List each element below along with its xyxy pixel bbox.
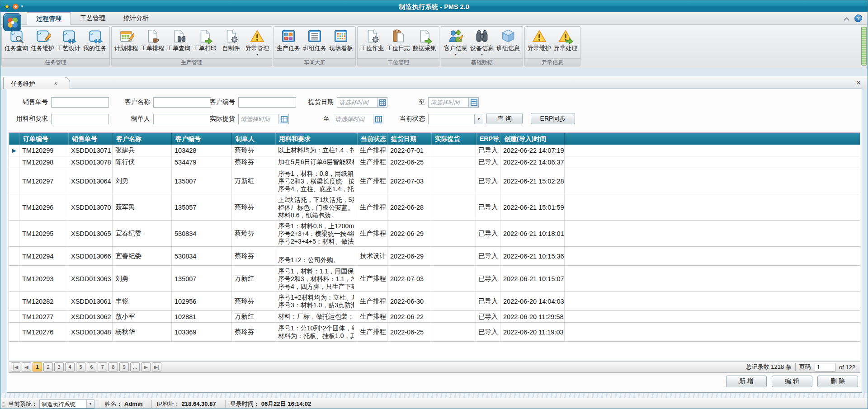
table-row-TM120299[interactable]: ▶TM120299XSDD013071张建兵103428蔡玲芬以上材料均为：立柱…: [9, 145, 860, 156]
ribbon-button-班组任务[interactable]: 班组任务: [302, 28, 328, 58]
page-button-4[interactable]: 4: [65, 362, 75, 371]
erp-sync-button[interactable]: ERP同步: [531, 113, 575, 124]
column-header-提货日期[interactable]: 提货日期: [387, 133, 431, 145]
edit-button[interactable]: 编 辑: [772, 376, 812, 387]
cust_name-input[interactable]: [153, 97, 211, 108]
actual_pickup-input[interactable]: [239, 114, 278, 124]
first-page-button[interactable]: |◀: [11, 362, 20, 371]
column-header-客户编号[interactable]: 客户编号: [172, 133, 232, 145]
right-scrollbar-thumb[interactable]: [861, 27, 867, 66]
ribbon-button-工位日志[interactable]: 工位日志: [385, 28, 411, 58]
calendar-icon[interactable]: [377, 98, 387, 107]
maker-input[interactable]: [153, 114, 211, 124]
ribbon-button-数据采集[interactable]: 数据采集: [411, 28, 438, 58]
ribbon-button-工单打印[interactable]: 工单打印: [192, 28, 218, 58]
column-header-客户名称[interactable]: 客户名称: [113, 133, 172, 145]
ribbon-button-生产任务[interactable]: 生产任务: [275, 28, 302, 58]
calendar-icon[interactable]: [278, 114, 288, 124]
ribbon-button-异常管理[interactable]: 异常管理▾: [244, 28, 270, 58]
cell-custno: 103369: [172, 323, 232, 341]
delete-button[interactable]: 删 除: [817, 376, 858, 387]
page-button-3[interactable]: 3: [54, 362, 64, 371]
cell-material: 序号1+2材料均为：立柱、底座序号3：材料1.0，贴3点防滑垫: [275, 292, 357, 310]
last-page-button[interactable]: ▶|: [152, 362, 161, 371]
people-icon: [448, 28, 464, 44]
ribbon-button-任务维护[interactable]: 任务维护: [29, 28, 56, 58]
next-page-button[interactable]: ▶: [141, 362, 151, 371]
ribbon-button-异常处理[interactable]: 异常处理: [552, 28, 579, 58]
page-button-1[interactable]: 1: [33, 362, 42, 371]
cell-filler: [565, 266, 860, 291]
add-button[interactable]: 新 增: [726, 376, 767, 387]
calendar-icon[interactable]: [373, 114, 383, 124]
page-button-9[interactable]: 9: [119, 362, 129, 371]
cust_no-input[interactable]: [238, 97, 296, 108]
page-button-2[interactable]: 2: [43, 362, 53, 371]
row-indicator-cell: ▶: [9, 145, 19, 156]
application-menu-button[interactable]: [3, 13, 21, 31]
chevron-down-icon[interactable]: ▼: [474, 114, 483, 124]
document-tab-task-maintenance[interactable]: 任务维护 x: [3, 77, 70, 89]
query-button[interactable]: 查 询: [486, 113, 523, 124]
column-header-实际提货[interactable]: 实际提货: [431, 133, 476, 145]
cell-material: 序号1+2：公司外购。: [275, 247, 357, 265]
column-header-订单编号[interactable]: 订单编号: [19, 133, 68, 145]
system-combobox[interactable]: 制造执行系统 ▼: [39, 400, 94, 409]
ribbon-button-工单查询[interactable]: 工单查询: [165, 28, 192, 58]
collapse-ribbon-icon[interactable]: [844, 16, 849, 21]
table-row-TM120277[interactable]: TM120277XSDD013062敖小军102881万新红材料：厂标，做托运包…: [9, 311, 860, 323]
ribbon-button-现场看板[interactable]: 现场看板: [328, 28, 354, 58]
table-row-TM120298[interactable]: TM120298XSDD013078陈行侠534479蔡玲芬加在5月6日订单6层…: [9, 156, 860, 168]
document-tab-close-icon[interactable]: x: [54, 80, 57, 89]
ribbon-tab-统计分析[interactable]: 统计分析: [114, 12, 158, 25]
page-button-7[interactable]: 7: [98, 362, 107, 371]
status-select[interactable]: ▼: [428, 114, 483, 124]
row-indicator-cell: [9, 323, 19, 341]
page-button-5[interactable]: 5: [76, 362, 85, 371]
ribbon-button-工位作业[interactable]: 工位作业: [359, 28, 385, 58]
column-header-当前状态[interactable]: 当前状态: [357, 133, 387, 145]
table-row-TM120296[interactable]: TM120296XSDD013070聂军民135057蔡玲芬上2块活托，下1块活…: [9, 194, 860, 221]
table-row-TM120297[interactable]: TM120297XSDD013064刘勇135007万新红序号1，材料：0.8，…: [9, 168, 860, 194]
ribbon-button-任务查询[interactable]: 任务查询: [3, 28, 29, 58]
pickup_date-input[interactable]: [337, 98, 377, 107]
page-button-8[interactable]: 8: [108, 362, 118, 371]
table-row-TM120295[interactable]: TM120295XSDD013065宜春纪委530834蔡玲芬序号1：材料0.8…: [9, 221, 860, 247]
material-input[interactable]: [51, 114, 109, 124]
page-number-input[interactable]: [815, 363, 835, 371]
ribbon-tab-工艺管理[interactable]: 工艺管理: [71, 12, 114, 25]
table-row-TM120294[interactable]: TM120294XSDD013066宜春纪委530834蔡玲芬 序号1+2：公司…: [9, 247, 860, 266]
column-header-ERP导入[interactable]: ERP导入: [476, 133, 500, 145]
calendar-icon[interactable]: [468, 98, 478, 107]
chevron-down-icon[interactable]: ▼: [86, 400, 94, 408]
filter-field-cust_name: 客户名称: [122, 96, 211, 108]
page-button-...[interactable]: ...: [130, 362, 140, 371]
ribbon-button-设备信息[interactable]: 设备信息▾: [469, 28, 495, 58]
ribbon-button-工艺设计[interactable]: 工艺设计: [56, 28, 82, 58]
column-header-创建(导入)时间[interactable]: 创建(导入)时间: [500, 133, 565, 145]
ribbon-button-异常维护[interactable]: 异常维护: [526, 28, 552, 58]
ribbon-button-客户信息[interactable]: 客户信息▾: [443, 28, 469, 58]
ribbon-tab-过程管理[interactable]: 过程管理: [27, 12, 71, 25]
column-header-制单人[interactable]: 制单人: [232, 133, 275, 145]
column-header-销售单号[interactable]: 销售单号: [68, 133, 113, 145]
ribbon-button-班组信息[interactable]: 班组信息: [495, 28, 521, 58]
table-row-TM120276[interactable]: TM120276XSDD013048杨秋华103369蔡玲芬序号1：分10列*2…: [9, 323, 860, 342]
ribbon-button-我的任务[interactable]: 我的任务: [82, 28, 108, 58]
sales_no-input[interactable]: [51, 97, 109, 108]
table-row-TM120293[interactable]: TM120293XSDD013063刘勇135007万新红序号1，材料：1.1，…: [9, 266, 860, 292]
column-header-用料和要求[interactable]: 用料和要求: [275, 133, 357, 145]
panel-close-icon[interactable]: ✕: [856, 79, 861, 86]
cell-status: 技术设计: [357, 247, 387, 265]
table-row-TM120282[interactable]: TM120282XSDD013061丰锐102956蔡玲芬序号1+2材料均为：立…: [9, 292, 860, 311]
help-icon[interactable]: ?: [854, 14, 862, 22]
actual_to-input[interactable]: [333, 114, 373, 124]
page-gear-icon: [364, 28, 380, 44]
ribbon-button-工单排程[interactable]: 工单排程: [139, 28, 165, 58]
material-line: 以上材料均为：立柱1.4，托板: [278, 146, 354, 154]
ribbon-button-计划排程[interactable]: 计划排程: [113, 28, 139, 58]
ribbon-button-自制件[interactable]: 自制件: [218, 28, 244, 58]
pickup_to-input[interactable]: [429, 98, 468, 107]
page-button-6[interactable]: 6: [87, 362, 96, 371]
prev-page-button[interactable]: ◀: [22, 362, 31, 371]
